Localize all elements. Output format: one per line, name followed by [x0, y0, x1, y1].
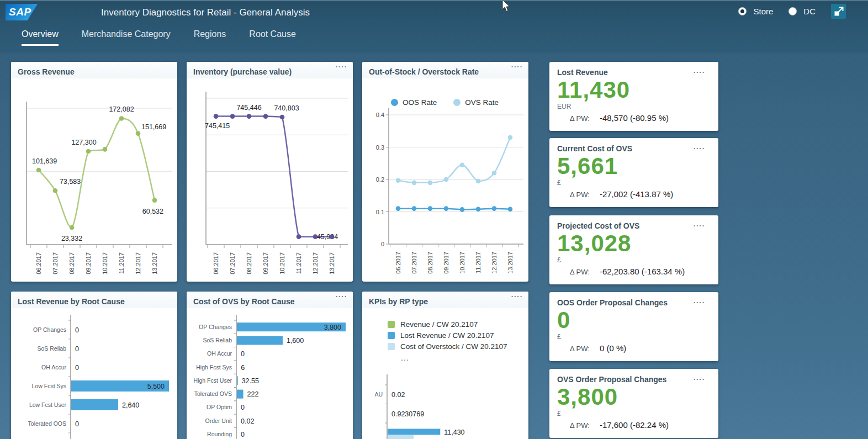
svg-text:Rounding: Rounding	[207, 431, 232, 437]
open-in-new-window-icon	[833, 6, 845, 18]
svg-text:222: 222	[247, 390, 259, 398]
svg-text:06.2017: 06.2017	[395, 252, 401, 274]
delta-label: Δ PW:	[570, 421, 590, 430]
kpi-value: 5,661	[557, 154, 711, 178]
card-title: Current Cost of OVS	[557, 144, 632, 153]
oos-order-proposal-changes-kpi-card[interactable]: OOS Order Proposal Changes ···· 0 £ Δ PW…	[549, 292, 718, 361]
kpis-by-rp-type-chart: AU0.020.923076911,430	[362, 292, 528, 439]
svg-text:SoS Reliab: SoS Reliab	[203, 337, 232, 343]
svg-text:OP Optim: OP Optim	[207, 404, 232, 410]
svg-text:0.02: 0.02	[241, 417, 254, 425]
sap-logo: SAP	[6, 4, 38, 20]
kpi-value: 13,028	[557, 231, 711, 256]
tab-overview[interactable]: Overview	[22, 29, 59, 46]
svg-text:0: 0	[241, 431, 245, 438]
store-radio-circle[interactable]	[738, 7, 747, 15]
kpi-value: 3,800	[557, 385, 711, 409]
svg-text:High Fcst User: High Fcst User	[194, 377, 232, 384]
lost-revenue-kpi-card[interactable]: Lost Revenue ···· 11,430 EUR Δ PW: -48,5…	[549, 62, 718, 131]
svg-text:OP Changes: OP Changes	[33, 326, 66, 333]
overflow-menu-icon[interactable]: ····	[694, 377, 705, 382]
svg-text:09.2017: 09.2017	[443, 252, 449, 274]
svg-text:13.2017: 13.2017	[151, 252, 158, 274]
svg-text:11,430: 11,430	[444, 429, 464, 436]
svg-text:11.2017: 11.2017	[118, 252, 125, 274]
card-title: OVS Order Proposal Changes	[557, 375, 666, 384]
lost-revenue-by-root-cause-chart: OP Changes0SoS Reliab0OH Accur0Low Fcst …	[11, 292, 177, 439]
svg-text:High Fcst Sys: High Fcst Sys	[196, 364, 232, 371]
card-title: OOS Order Proposal Changes	[557, 298, 668, 307]
svg-text:AU: AU	[374, 391, 383, 398]
svg-text:3,800: 3,800	[324, 324, 341, 331]
delta-label: Δ PW:	[570, 191, 590, 199]
projected-cost-of-ovs-kpi-card[interactable]: Projected Cost of OVS ···· 13,028 £ Δ PW…	[549, 215, 718, 284]
svg-text:11.2017: 11.2017	[295, 252, 302, 274]
svg-text:12.2017: 12.2017	[135, 252, 141, 274]
svg-text:10.2017: 10.2017	[102, 252, 108, 274]
svg-text:08.2017: 08.2017	[246, 252, 252, 274]
svg-text:0.3: 0.3	[376, 144, 384, 151]
store-radio[interactable]: Store	[738, 7, 773, 16]
svg-text:60,532: 60,532	[142, 208, 163, 215]
svg-text:12.2017: 12.2017	[312, 252, 319, 274]
ovs-order-proposal-changes-kpi-card[interactable]: OVS Order Proposal Changes ···· 3,800 £ …	[549, 369, 718, 438]
delta-value: -27,002 (-413.87 %)	[600, 189, 673, 199]
svg-text:06.2017: 06.2017	[35, 252, 42, 274]
svg-text:0.9230769: 0.9230769	[391, 410, 424, 418]
inventory-card[interactable]: Inventory (purchase value) ···· 06.20170…	[187, 62, 353, 282]
svg-text:Low Fcst User: Low Fcst User	[29, 401, 67, 408]
svg-text:06.2017: 06.2017	[213, 252, 219, 274]
overflow-menu-icon[interactable]: ····	[694, 146, 705, 151]
overflow-menu-icon[interactable]: ····	[694, 223, 705, 229]
svg-text:151,669: 151,669	[141, 123, 166, 131]
page-title: Inventory Diagnostics for Retail - Gener…	[101, 7, 310, 18]
dc-radio[interactable]: DC	[788, 7, 816, 16]
svg-text:0: 0	[75, 326, 79, 334]
svg-text:OH Accur: OH Accur	[207, 350, 232, 357]
svg-text:32.55: 32.55	[242, 377, 259, 385]
tab-merchandise-category[interactable]: Merchandise Category	[82, 29, 171, 46]
lost-revenue-by-root-cause-card[interactable]: Lost Revenue by Root Cause OP Changes0So…	[11, 292, 177, 439]
svg-text:101,639: 101,639	[32, 157, 57, 165]
card-title: Lost Revenue	[557, 68, 608, 77]
svg-text:10.2017: 10.2017	[279, 252, 285, 274]
svg-text:0: 0	[381, 241, 384, 247]
kpi-value: 11,430	[557, 78, 711, 102]
current-cost-of-ovs-kpi-card[interactable]: Current Cost of OVS ···· 5,661 £ Δ PW: -…	[549, 138, 718, 207]
svg-text:0: 0	[241, 350, 245, 358]
svg-text:5,500: 5,500	[147, 383, 165, 390]
tab-regions[interactable]: Regions	[194, 29, 226, 46]
cost-of-ovs-by-root-cause-card[interactable]: Cost of OVS by Root Cause ···· OP Change…	[187, 292, 353, 439]
svg-text:SoS Reliab: SoS Reliab	[37, 345, 66, 352]
svg-text:13.2017: 13.2017	[329, 252, 335, 274]
dashboard-app: SAP Inventory Diagnostics for Retail - G…	[0, 0, 868, 439]
svg-text:OH Accur: OH Accur	[41, 364, 66, 371]
dc-radio-circle[interactable]	[788, 7, 797, 15]
inventory-chart: 06.201707.201708.201709.201710.201711.20…	[187, 62, 353, 282]
svg-text:745,415: 745,415	[205, 122, 230, 130]
svg-text:07.2017: 07.2017	[411, 252, 417, 274]
svg-text:08.2017: 08.2017	[427, 252, 433, 274]
kpi-unit: £	[557, 179, 711, 187]
svg-text:0: 0	[75, 420, 79, 428]
svg-text:09.2017: 09.2017	[85, 252, 92, 274]
store-radio-label: Store	[753, 7, 773, 16]
oos-ovs-rate-card[interactable]: Out-of-Stock / Overstock Rate ···· OOS R…	[362, 62, 528, 282]
svg-text:09.2017: 09.2017	[262, 252, 269, 274]
gross-revenue-card[interactable]: Gross Revenue 06.201707.201708.201709.20…	[11, 62, 177, 282]
open-in-new-window-button[interactable]	[831, 4, 846, 19]
svg-text:12.2017: 12.2017	[491, 252, 497, 274]
kpi-unit: £	[557, 256, 711, 264]
tab-bar: Overview Merchandise Category Regions Ro…	[22, 29, 296, 46]
svg-text:23,332: 23,332	[61, 235, 82, 242]
tab-root-cause[interactable]: Root Cause	[249, 29, 296, 46]
svg-text:0: 0	[241, 404, 245, 411]
top-header: SAP Inventory Diagnostics for Retail - G…	[0, 0, 868, 52]
dc-radio-label: DC	[803, 7, 816, 16]
svg-text:Low Fcst Sys: Low Fcst Sys	[32, 383, 66, 389]
overflow-menu-icon[interactable]: ····	[694, 300, 705, 305]
kpis-by-rp-type-card[interactable]: KPIs by RP type ···· Revenue / CW 20.210…	[362, 292, 528, 439]
svg-text:2,640: 2,640	[122, 401, 139, 409]
overflow-menu-icon[interactable]: ····	[694, 70, 705, 75]
delta-label: Δ PW:	[570, 268, 590, 276]
